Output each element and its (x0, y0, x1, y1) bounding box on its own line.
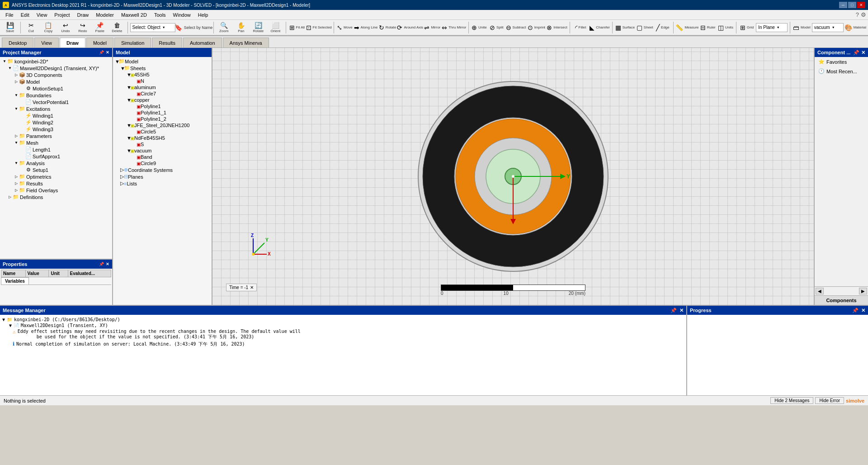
zoom-button[interactable]: 🔍 Zoom (216, 21, 232, 34)
model-tree-n[interactable]: ▣ N (114, 78, 211, 84)
model-tree-circle7[interactable]: ▣ Circle7 (114, 90, 211, 97)
chamfer-button[interactable]: ◣ Chamfer (590, 21, 610, 34)
menu-draw[interactable]: Draw (74, 10, 93, 20)
redo-button[interactable]: ↪ Redo (75, 21, 91, 34)
tab-view[interactable]: View (34, 38, 59, 47)
tree-item-maxwell[interactable]: ▼ 📄 Maxwell2DDesign1 (Transient, XY)* (1, 65, 111, 71)
components-label[interactable]: Components (815, 295, 868, 305)
measure-button[interactable]: 📏 Measure (676, 21, 699, 34)
minimize-button[interactable]: ─ (839, 2, 847, 8)
material-button[interactable]: 🎨 Material (844, 21, 866, 34)
props-tab-variables[interactable]: Variables (1, 277, 29, 285)
edge-button[interactable]: ╱ Edge (655, 21, 671, 34)
menu-edit[interactable]: Edit (17, 10, 33, 20)
pin-icon[interactable]: 📌 (99, 50, 104, 55)
mirror-button[interactable]: ⇌ Mirror (424, 21, 441, 34)
model-tree-band[interactable]: ▣ Band (114, 154, 211, 160)
close-props-icon[interactable]: ✕ (106, 262, 109, 266)
cut-button[interactable]: ✂ Cut (23, 21, 39, 34)
menu-window[interactable]: Window (170, 10, 194, 20)
rotate2-button[interactable]: ↻ Rotate (378, 21, 397, 34)
tree-item-root[interactable]: ▼ 📁 kongxinbei-2D* (1, 58, 111, 65)
close-button[interactable]: ✕ (857, 2, 865, 8)
tab-automation[interactable]: Automation (183, 38, 222, 47)
model-tree-coord-sys[interactable]: ▷ ⊕ Coordinate Systems (114, 166, 211, 173)
close-mm-icon[interactable]: ✕ (679, 308, 684, 313)
tree-item-parameters[interactable]: ▷ 📁 Parameters (1, 133, 111, 139)
tree-item-boundaries[interactable]: ▼ 📁 Boundaries (1, 92, 111, 99)
fit-selected-button[interactable]: ⊡ Fit Selected (307, 21, 331, 34)
imprint-button[interactable]: ⊙ Imprint (527, 21, 546, 34)
menu-help[interactable]: Help (194, 10, 212, 20)
grid-button[interactable]: ⊞ Grid (739, 21, 755, 34)
model-tree-s[interactable]: ▣ S (114, 141, 211, 147)
model-tree-jfe[interactable]: ▼ ▣ JFE_Steel_20JNEH1200 (114, 122, 211, 128)
menu-modeler[interactable]: Modeler (92, 10, 118, 20)
tree-item-mesh[interactable]: ▼ 📁 Mesh (1, 139, 111, 146)
pin-comp-icon[interactable]: 📌 (853, 50, 859, 56)
model-tree-vacuum[interactable]: ▼ ▣ vacuum (114, 147, 211, 154)
menu-file[interactable]: File (2, 10, 17, 20)
delete-button[interactable]: 🗑 Delete (109, 21, 125, 34)
tab-results[interactable]: Results (152, 38, 182, 47)
tab-desktop[interactable]: Desktop (2, 38, 33, 47)
mm-controls[interactable]: 📌 ✕ (670, 308, 684, 313)
tree-item-analysis[interactable]: ▼ 📁 Analysis (1, 160, 111, 166)
viewport[interactable]: Y Y (212, 48, 814, 305)
paste-button[interactable]: 📌 Paste (92, 21, 108, 34)
move-button[interactable]: ⤡ Move (336, 21, 353, 34)
comp-item-recent[interactable]: 🕐 Most Recen... (815, 66, 868, 76)
menu-view[interactable]: View (33, 10, 51, 20)
model-tree-aluminum[interactable]: ▼ ▣ aluminum (114, 84, 211, 90)
tree-item-winding3[interactable]: ⚡ Winding3 (1, 126, 111, 133)
thru-mirror-button[interactable]: ⇔ Thru Mirror (442, 21, 466, 34)
model-tree-45sh5[interactable]: ▼ ▣ 45SH5 (114, 71, 211, 78)
tree-item-results[interactable]: ▷ 📁 Results (1, 180, 111, 187)
scroll-left-button[interactable]: ◀ (816, 288, 824, 294)
split-button[interactable]: ⊘ Split (488, 21, 505, 34)
model-tree-root[interactable]: ▼ 📁 Model (114, 58, 211, 65)
tree-item-motionsetup[interactable]: ⚙ MotionSetup1 (1, 85, 111, 92)
close-prog-icon[interactable]: ✕ (861, 308, 865, 313)
tree-item-3dcomp[interactable]: ▷ 📦 3D Components (1, 71, 111, 78)
model-button[interactable]: 🗃 Model (793, 21, 811, 34)
intersect-button[interactable]: ⊗ Intersect (547, 21, 567, 34)
unite-button[interactable]: ⊕ Unite (471, 21, 488, 34)
properties-controls[interactable]: 📌 ✕ (99, 262, 109, 266)
comp-item-favorites[interactable]: ⭐ Favorites (815, 57, 868, 66)
tab-draw[interactable]: Draw (60, 38, 85, 47)
tree-item-definitions[interactable]: ▷ 📁 Definitions (1, 194, 111, 200)
component-controls[interactable]: 📌 ✕ (853, 50, 865, 56)
around-axis-button[interactable]: ⟳ Around Axis (397, 21, 423, 34)
model-tree-circle9[interactable]: ▣ Circle9 (114, 160, 211, 166)
scroll-right-button[interactable]: ▶ (859, 288, 867, 294)
help-icon[interactable]: ? (856, 11, 859, 18)
restore-button[interactable]: □ (848, 2, 856, 8)
tree-item-winding1[interactable]: ⚡ Winding1 (1, 112, 111, 119)
tree-item-model[interactable]: ▷ 📦 Model (1, 78, 111, 85)
close-pm-icon[interactable]: ✕ (106, 50, 109, 55)
hide-messages-button[interactable]: Hide 2 Messages (770, 397, 813, 404)
copy-button[interactable]: 📋 Copy (40, 21, 57, 34)
model-tree-polyline1[interactable]: ▣ Polyline1 (114, 103, 211, 109)
model-tree-copper[interactable]: ▼ ▣ copper (114, 97, 211, 103)
model-tree-planes[interactable]: ▷ ⊟ Planes (114, 173, 211, 180)
tree-item-setup1[interactable]: ⚙ Setup1 (1, 166, 111, 173)
undo-button[interactable]: ↩ Undo (57, 21, 74, 34)
rotate-button[interactable]: 🔄 Rotate (250, 21, 266, 34)
pin-props-icon[interactable]: 📌 (99, 262, 104, 266)
select-dropdown[interactable]: Select: Object (130, 23, 175, 32)
tree-item-winding2[interactable]: ⚡ Winding2 (1, 119, 111, 126)
along-line-button[interactable]: ➡ Along Line (354, 21, 377, 34)
fillet-button[interactable]: ◜ Fillet (572, 21, 589, 34)
tree-item-surfapprox[interactable]: 📄 SurfApprox1 (1, 153, 111, 160)
tree-item-vectorpot[interactable]: 📄 VectorPotential1 (1, 99, 111, 105)
model-tree-polyline1-1[interactable]: ▣ Polyline1_1 (114, 109, 211, 116)
tree-item-optimetrics[interactable]: ▷ 📁 Optimetrics (1, 173, 111, 180)
pan-button[interactable]: ✋ Pan (233, 21, 249, 34)
select-by-name-button[interactable]: 🔖 Select by Name (176, 21, 211, 34)
ruler-button[interactable]: ⊟ Ruler (699, 21, 716, 34)
vacuum-dropdown[interactable]: vacuum (812, 23, 844, 32)
progress-controls[interactable]: 📌 ✕ (852, 308, 865, 313)
tab-simulation[interactable]: Simulation (114, 38, 151, 47)
